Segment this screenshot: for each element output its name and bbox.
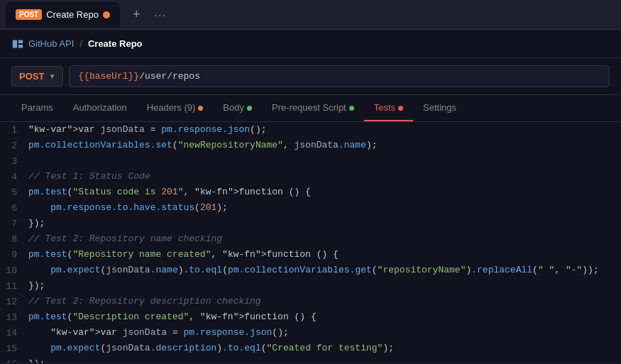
tab-body[interactable]: Body	[213, 95, 262, 121]
breadcrumb-separator: /	[79, 38, 82, 49]
tab-pre-request-script[interactable]: Pre-request Script	[262, 95, 364, 121]
line-content: pm.test("Description created", "kw-fn">f…	[28, 309, 621, 325]
url-input-display[interactable]: {{baseUrl}}/user/repos	[69, 65, 610, 87]
code-line: 1"kw-var">var jsonData = pm.response.jso…	[0, 122, 621, 138]
tab-dot	[103, 11, 110, 18]
post-method-badge: POST	[16, 9, 42, 20]
method-chevron-icon: ▼	[48, 72, 55, 80]
line-number: 1	[0, 122, 28, 138]
line-number: 14	[0, 325, 28, 341]
headers-dot	[198, 106, 203, 111]
tab-settings[interactable]: Settings	[413, 95, 466, 121]
line-content: });	[28, 278, 621, 294]
line-content: "kw-var">var jsonData = pm.response.json…	[28, 325, 621, 341]
code-line: 9pm.test("Repository name created", "kw-…	[0, 247, 621, 263]
code-line: 12// Test 2: Repository description chec…	[0, 294, 621, 309]
method-label: POST	[19, 71, 44, 82]
pre-request-dot	[349, 106, 354, 111]
url-template-part: {{baseUrl}}	[78, 71, 139, 82]
method-selector[interactable]: POST ▼	[11, 66, 63, 87]
line-content: // Test 2: Repository description checki…	[28, 294, 621, 309]
tab-headers[interactable]: Headers (9)	[137, 95, 214, 121]
code-line: 8// Test 2: Repository name checking	[0, 231, 621, 247]
nav-tabs: Params Authorization Headers (9) Body Pr…	[0, 95, 621, 122]
line-content: pm.response.to.have.status(201);	[28, 200, 621, 216]
tab-tests[interactable]: Tests	[364, 95, 413, 121]
svg-rect-1	[18, 40, 23, 43]
url-bar: POST ▼ {{baseUrl}}/user/repos	[0, 58, 621, 95]
line-content: pm.expect(jsonData.name).to.eql(pm.colle…	[28, 263, 621, 278]
code-line: 15 pm.expect(jsonData.description).to.eq…	[0, 341, 621, 356]
line-number: 15	[0, 341, 28, 357]
line-content: pm.test("Repository name created", "kw-f…	[28, 247, 621, 263]
tab-params[interactable]: Params	[11, 95, 63, 121]
line-content: // Test 1: Status Code	[28, 169, 621, 184]
active-tab[interactable]: POST Create Repo	[6, 2, 120, 28]
code-line: 4// Test 1: Status Code	[0, 169, 621, 184]
collection-icon-container: GitHub API	[11, 38, 74, 50]
line-number: 7	[0, 216, 28, 232]
line-number: 9	[0, 247, 28, 263]
line-number: 12	[0, 294, 28, 310]
line-number: 3	[0, 153, 28, 170]
line-number: 11	[0, 278, 28, 294]
line-number: 2	[0, 138, 28, 154]
line-content: pm.collectionVariables.set("newRepositor…	[28, 138, 621, 153]
body-dot	[247, 106, 252, 111]
add-tab-button[interactable]: +	[128, 6, 145, 23]
tests-dot	[398, 106, 403, 111]
line-number: 5	[0, 184, 28, 201]
line-content: // Test 2: Repository name checking	[28, 231, 621, 247]
code-line: 11});	[0, 278, 621, 294]
tab-label: Create Repo	[46, 9, 99, 20]
tab-authorization[interactable]: Authorization	[63, 95, 137, 121]
line-content: });	[28, 216, 621, 231]
code-editor[interactable]: 1"kw-var">var jsonData = pm.response.jso…	[0, 122, 621, 363]
breadcrumb-bar: GitHub API / Create Repo	[0, 30, 621, 58]
line-content: "kw-var">var jsonData = pm.response.json…	[28, 122, 621, 138]
code-line: 5pm.test("Status code is 201", "kw-fn">f…	[0, 184, 621, 200]
svg-rect-2	[18, 44, 23, 48]
more-tabs-button[interactable]: ···	[150, 8, 171, 22]
code-line: 7});	[0, 216, 621, 231]
line-number: 6	[0, 200, 28, 216]
tab-bar: POST Create Repo + ···	[0, 0, 621, 30]
code-line: 2pm.collectionVariables.set("newReposito…	[0, 138, 621, 153]
line-number: 8	[0, 231, 28, 248]
code-line: 10 pm.expect(jsonData.name).to.eql(pm.co…	[0, 263, 621, 278]
line-content: pm.test("Status code is 201", "kw-fn">fu…	[28, 184, 621, 200]
tab-actions: + ···	[128, 6, 171, 23]
code-line: 3	[0, 153, 621, 169]
line-number: 10	[0, 263, 28, 279]
url-path-part: /user/repos	[139, 71, 200, 82]
code-line: 14 "kw-var">var jsonData = pm.response.j…	[0, 325, 621, 341]
line-content: });	[28, 356, 621, 363]
code-line: 16});	[0, 356, 621, 363]
breadcrumb-current: Create Repo	[88, 38, 143, 49]
line-number: 16	[0, 356, 28, 363]
line-content: pm.expect(jsonData.description).to.eql("…	[28, 341, 621, 356]
code-line: 13pm.test("Description created", "kw-fn"…	[0, 309, 621, 325]
svg-rect-0	[13, 40, 17, 48]
line-number: 4	[0, 169, 28, 185]
collection-icon	[11, 38, 24, 50]
collection-name[interactable]: GitHub API	[28, 38, 74, 49]
code-line: 6 pm.response.to.have.status(201);	[0, 200, 621, 216]
line-number: 13	[0, 309, 28, 326]
